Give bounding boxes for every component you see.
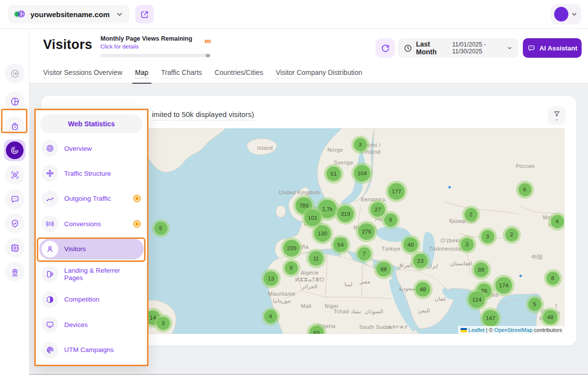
flyout-item-landing-referrer-pages[interactable]: Landing & Referrer Pages [39,264,144,285]
visitor-cluster-marker[interactable]: 27 [370,202,385,217]
visitor-cluster-marker[interactable]: 23 [413,254,428,268]
sidebar-item-chat[interactable] [5,189,24,209]
open-website-button[interactable] [135,5,154,23]
visitor-cluster-marker[interactable]: 101 [304,210,321,226]
tab-visitor-company-distribution[interactable]: Visitor Company Distribution [276,64,362,83]
sidebar-item-session-recordings[interactable] [5,165,24,185]
sidebar-item-security[interactable] [5,213,24,233]
visitor-cluster-marker[interactable]: 124 [468,291,485,308]
flyout-title: Web Statistics [40,115,143,133]
flyout-item-visitors[interactable]: Visitors [39,238,144,259]
visitor-cluster-marker[interactable]: 8 [546,272,560,285]
visitor-cluster-marker[interactable]: 3 [461,238,474,251]
icon-sidebar [0,28,29,375]
visitor-cluster-marker[interactable]: 3 [481,230,494,243]
visitor-cluster-marker[interactable]: 89 [474,262,489,277]
chevron-down-icon [116,10,123,18]
tab-countries-cities[interactable]: Countries/Cities [215,64,263,83]
visitor-cluster-marker[interactable]: 220 [283,240,300,257]
visitor-cluster-marker[interactable]: 48 [543,310,558,325]
sidebar-item-settings[interactable] [5,238,24,258]
visitor-cluster-marker[interactable]: 276 [358,223,375,240]
visitor-cluster-marker[interactable]: 7 [358,247,371,260]
flyout-item-traffic-structure[interactable]: Traffic Structure [39,163,144,184]
visitor-cluster-marker[interactable]: 13 [264,271,278,286]
visitor-cluster-marker[interactable]: 177 [388,183,405,200]
visitor-cluster-marker[interactable]: 51 [326,166,341,181]
flyout-item-utm-campaigns[interactable]: UTM Campaigns [39,339,144,360]
visitor-cluster-marker[interactable]: 5 [528,298,541,311]
utm-campaigns-icon [42,342,58,358]
landing-pages-icon [42,266,58,282]
flyout-item-label: Devices [64,321,88,328]
web-analytics-dashboard: { "topbar": { "website": "yourwebsitenam… [0,0,588,375]
shield-check-icon [10,219,20,228]
visitor-cluster-marker[interactable]: 88 [376,262,391,277]
visitor-cluster-marker[interactable]: 2 [505,228,518,241]
tab-visitor-sessions-overview[interactable]: Visitor Sessions Overview [43,64,122,83]
visitor-cluster-marker[interactable]: 48 [416,282,430,297]
website-globe-icon [14,9,25,20]
visitor-cluster-marker[interactable]: 174 [495,277,512,294]
tab-label: Traffic Charts [161,69,202,78]
session-camera-icon [10,170,20,180]
pageviews-details-link[interactable]: Click for details [100,44,216,49]
visitor-cluster-marker[interactable]: 3 [354,138,367,151]
visitor-cluster-marker[interactable]: 2 [465,208,478,221]
visitor-cluster-marker[interactable]: 5 [154,222,168,235]
top-bar: yourwebsitename.com [0,0,588,29]
sidebar-item-store[interactable] [5,116,24,136]
map-card-title: imited to 50k displayed visitors) [152,110,254,120]
flyout-item-outgoing-traffic[interactable]: Outgoing Traffic [39,188,144,209]
web-statistics-flyout: Web Statistics OverviewTraffic Structure… [34,109,148,366]
funnel-icon [553,110,561,117]
map-filter-button[interactable] [548,107,565,125]
gear-icon [10,243,20,253]
visitor-cluster-marker[interactable]: 3 [157,317,170,330]
shop-bag-icon [10,121,20,131]
traffic-structure-icon [42,165,58,182]
visitor-cluster-marker[interactable]: 40 [403,237,418,252]
flyout-item-label: Traffic Structure [64,170,111,177]
flyout-item-overview[interactable]: Overview [39,138,144,159]
visitor-cluster-marker[interactable]: 130 [314,225,331,242]
tab-traffic-charts[interactable]: Traffic Charts [161,64,202,83]
visitor-cluster-marker[interactable]: 4 [264,310,277,323]
sidebar-item-toggle[interactable] [5,64,24,83]
sidebar-item-dashboard[interactable] [5,92,24,111]
visitor-cluster-marker[interactable]: 6 [518,183,532,196]
visitor-cluster-marker[interactable]: 9 [384,213,397,227]
visitor-cluster-marker[interactable]: 104 [354,165,370,182]
visitor-cluster-marker[interactable]: 54 [333,237,348,252]
user-menu[interactable] [551,4,581,24]
ai-assistant-button[interactable]: AI Assistant [523,38,582,58]
tab-map[interactable]: Map [135,64,148,83]
clock-icon [404,44,412,52]
sidebar-item-web-statistics[interactable] [4,140,25,161]
visitor-cluster-marker[interactable]: 4 [551,215,564,228]
tab-label: Visitor Sessions Overview [43,69,122,78]
visitor-cluster-marker[interactable]: 11 [309,251,323,266]
website-selector[interactable]: yourwebsitename.com [8,5,129,23]
flyout-item-devices[interactable]: Devices [39,314,144,335]
map-lake-dot [519,275,522,277]
flyout-item-competition[interactable]: Competition [39,289,144,310]
conversions-icon [42,215,58,232]
ai-assistant-label: AI Assistant [539,45,578,52]
ai-chat-icon [527,44,536,52]
tab-bar: Visitor Sessions OverviewMapTraffic Char… [29,64,588,83]
date-range-value: 11/01/2025 - 11/30/2025 [452,41,505,55]
date-range-selector[interactable]: Last Month 11/01/2025 - 11/30/2025 [398,38,518,58]
visitor-cluster-marker[interactable]: 9 [285,261,298,275]
map-pin-icon [10,267,20,277]
sidebar-item-location[interactable] [5,262,24,281]
leaflet-link[interactable]: Leaflet [468,327,485,333]
competition-icon [42,291,58,308]
visitor-cluster-marker[interactable]: 147 [482,310,499,327]
visitor-cluster-marker[interactable]: 319 [337,206,354,222]
openstreetmap-link[interactable]: OpenStreetMap [494,327,533,333]
visitor-cluster-marker[interactable]: 1,7k [318,200,337,218]
pageviews-label: Monthly Page Views Remaining [100,35,216,42]
flyout-item-conversions[interactable]: Conversions [39,213,144,234]
refresh-button[interactable] [375,38,395,58]
